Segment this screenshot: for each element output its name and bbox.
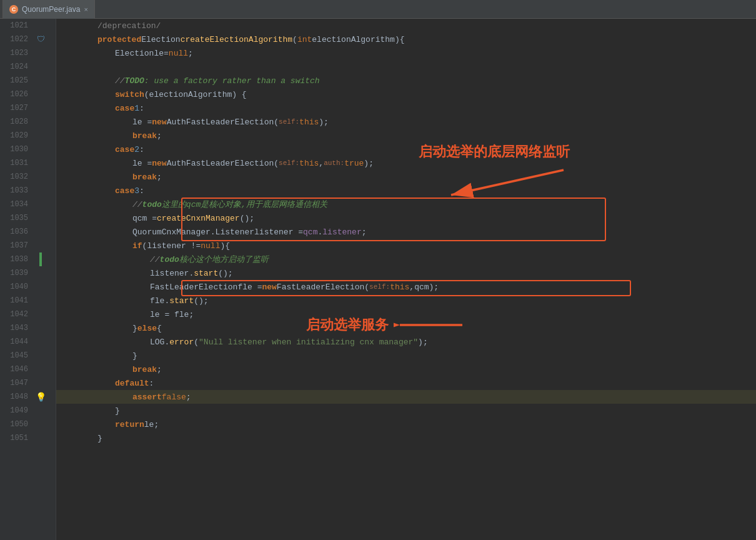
code-text: break [132, 131, 157, 141]
code-text: ( [292, 35, 297, 44]
line-number: 1022 [0, 35, 34, 44]
gutter-icon-1027 [34, 101, 47, 115]
gutter-icon-1031 [34, 156, 47, 170]
code-text: default [115, 379, 149, 388]
code-text: ); [418, 338, 428, 347]
code-text: // [132, 200, 142, 209]
gutter-icon-1041 [34, 294, 47, 308]
code-text: : [139, 104, 144, 113]
code-text: return [115, 420, 144, 429]
gutter-icon-1043 [34, 321, 47, 335]
code-line-1035: qcm = createCnxnManager(); [56, 211, 756, 225]
code-text: 核心这个地方启动了监听 [179, 254, 269, 265]
code-text: new [262, 282, 276, 292]
code-text: createElectionAlgorithm [181, 35, 292, 44]
code-line-1040: FastLeaderElection fle = new FastLeaderE… [56, 280, 756, 294]
line-number: 1047 [0, 379, 34, 388]
line-number: 1032 [0, 172, 34, 181]
code-text: ( [364, 282, 369, 292]
gutter-row: 1044 [0, 335, 56, 349]
gutter-icon-1028 [34, 115, 47, 129]
code-text: qcm [303, 228, 317, 237]
code-line-1030: case 2: [56, 142, 756, 156]
gutter-row: 1024 [0, 60, 56, 74]
code-line-1048: assert false; [56, 390, 756, 404]
code-line-1045: } [56, 349, 756, 362]
code-text: ; [157, 172, 162, 182]
code-line-1050: return le; [56, 418, 756, 431]
line-number: 1026 [0, 90, 34, 99]
code-text: this [299, 118, 319, 127]
gutter-icon-1038[interactable] [34, 252, 47, 266]
gutter-icon-1039 [34, 266, 47, 280]
code-text: (listener != [142, 241, 201, 251]
gutter-icon-1034 [34, 198, 47, 211]
code-text: start [169, 296, 194, 306]
code-text: } [115, 406, 120, 416]
editor: 1021 1022 🛡 1023 1024 1025 1026 1027 102… [0, 19, 756, 540]
tab-filename: QuorumPeer.java [22, 5, 80, 14]
gutter-row: 1036 [0, 225, 56, 239]
line-number: 1033 [0, 186, 34, 195]
code-line-1039: listener.start(); [56, 266, 756, 280]
code-text: le = fle; [150, 310, 194, 319]
line-number: 1029 [0, 131, 34, 140]
gutter-icon-1045 [34, 349, 47, 362]
line-number: 1036 [0, 228, 34, 236]
code-text: (); [240, 214, 254, 223]
code-text: , [409, 282, 414, 292]
code-line-1037: if(listener != null){ [56, 239, 756, 252]
code-text: FastLeaderElection [277, 282, 364, 292]
code-text: case [115, 104, 134, 113]
gutter-row: 1035 [0, 211, 56, 225]
line-number: 1046 [0, 365, 34, 374]
gutter-icon-1024 [34, 60, 47, 74]
gutter-row: 1031 [0, 156, 56, 170]
gutter-icon-1035 [34, 211, 47, 225]
line-number: 1031 [0, 159, 34, 168]
code-text: ( [194, 338, 199, 347]
code-line-1025: //TODO: use a factory rather than a swit… [56, 74, 756, 88]
gutter-icon-1048[interactable]: 💡 [34, 390, 47, 404]
gutter-row: 1032 [0, 170, 56, 184]
line-number: 1045 [0, 351, 34, 360]
gutter-row: 1038 [0, 252, 56, 266]
code-text: "Null listener when initializing cnx man… [199, 338, 418, 347]
gutter-icon-1051 [34, 431, 47, 445]
code-text: createCnxnManager [157, 214, 240, 223]
code-text: false [162, 392, 186, 402]
gutter-icon-1023 [34, 46, 47, 60]
code-text: todo [160, 255, 179, 264]
code-text: else [137, 324, 157, 333]
code-line-1047: default: [56, 376, 756, 390]
gutter-row: 1043 [0, 321, 56, 335]
code-text: QuorumCnxManager.Listener [132, 228, 254, 237]
gutter-row: 1023 [0, 46, 56, 60]
code-text: todo [142, 200, 162, 209]
code-line-1044: LOG.error("Null listener when initializi… [56, 335, 756, 349]
code-line-1043: } else { [56, 321, 756, 335]
tab-quorumpeer[interactable]: C QuorumPeer.java × [2, 0, 95, 19]
gutter-icon-1033 [34, 184, 47, 198]
line-number: 1049 [0, 406, 34, 415]
code-text: // [150, 255, 160, 264]
code-text: : [139, 186, 144, 196]
code-text: : [149, 379, 154, 388]
tab-close-button[interactable]: × [84, 6, 87, 13]
keyword-protected: protected [97, 35, 141, 44]
code-area[interactable]: /deprecation/protected Election createEl… [56, 19, 756, 540]
code-text: AuthFastLeaderElection [167, 118, 274, 127]
line-number: 1044 [0, 338, 34, 346]
code-text: ; [157, 131, 162, 141]
gutter-row: 1041 [0, 294, 56, 308]
line-number: 1051 [0, 434, 34, 442]
gutter-row: 1029 [0, 129, 56, 142]
code-line-1051: } [56, 431, 756, 445]
code-text: auth: [324, 159, 344, 167]
gutter-row: 1027 [0, 101, 56, 115]
gutter-row: 1034 [0, 198, 56, 211]
gutter-icon-1022[interactable]: 🛡 [34, 32, 47, 46]
code-text: listener [322, 228, 361, 237]
code-text: // [115, 76, 125, 86]
gutter-row: 1022 🛡 [0, 32, 56, 46]
